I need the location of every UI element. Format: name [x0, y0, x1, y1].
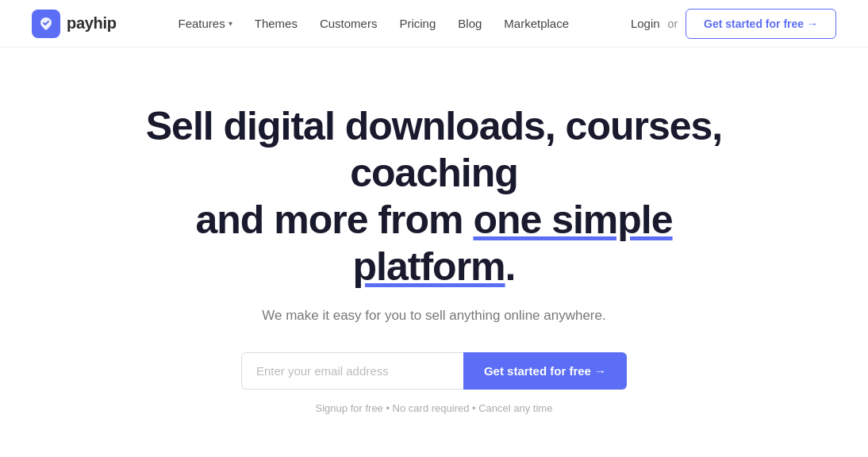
login-link[interactable]: Login [631, 17, 660, 30]
signup-form: Get started for free → [241, 352, 627, 390]
payhip-logo-icon [32, 10, 60, 38]
logo-text: payhip [67, 14, 117, 33]
hero-title: Sell digital downloads, courses, coachin… [133, 103, 735, 290]
nav-marketplace[interactable]: Marketplace [504, 17, 569, 30]
logo-link[interactable]: payhip [32, 10, 117, 38]
or-separator: or [668, 17, 678, 30]
chevron-down-icon: ▾ [229, 19, 232, 28]
get-started-filled-button[interactable]: Get started for free → [463, 352, 627, 390]
hero-subtitle: We make it easy for you to sell anything… [262, 308, 605, 324]
nav-blog[interactable]: Blog [458, 17, 482, 30]
hero-section: Sell digital downloads, courses, coachin… [0, 48, 868, 457]
header-actions: Login or Get started for free → [631, 9, 836, 39]
nav-pricing[interactable]: Pricing [399, 17, 436, 30]
nav-customers[interactable]: Customers [320, 17, 378, 30]
hero-disclaimer: Signup for free • No card required • Can… [316, 402, 553, 414]
site-header: payhip Features ▾ Themes Customers Prici… [0, 0, 868, 48]
main-nav: Features ▾ Themes Customers Pricing Blog… [179, 17, 570, 30]
nav-features[interactable]: Features ▾ [179, 17, 232, 30]
get-started-outline-button[interactable]: Get started for free → [686, 9, 836, 39]
nav-themes[interactable]: Themes [255, 17, 298, 30]
email-input[interactable] [241, 352, 463, 390]
